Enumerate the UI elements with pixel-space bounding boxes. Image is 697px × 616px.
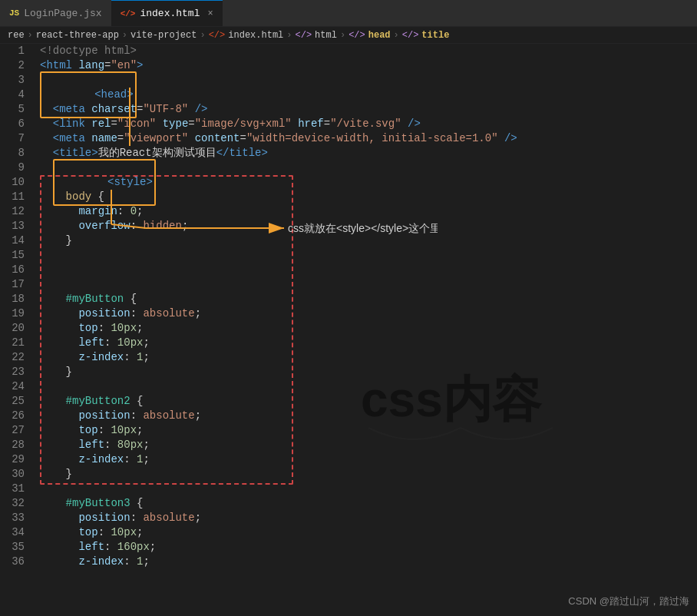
breadcrumb-sep-4: › xyxy=(286,30,292,41)
code-line-15 xyxy=(40,248,697,263)
line-num-6: 6 xyxy=(0,117,25,131)
code-line-2: <html lang = "en" > xyxy=(40,58,697,73)
html-icon: </> xyxy=(121,9,136,18)
line-num-24: 24 xyxy=(0,379,25,394)
line-num-8: 8 xyxy=(0,146,25,161)
code-line-30: } xyxy=(40,467,697,482)
breadcrumb-html-icon: </> xyxy=(209,30,226,41)
breadcrumb-item-5: head xyxy=(368,30,391,41)
breadcrumb-item-6: title xyxy=(421,30,449,41)
line-num-9: 9 xyxy=(0,161,25,175)
vertical-indicator xyxy=(129,88,130,146)
code-line-32: #myButton3 { xyxy=(40,496,697,511)
code-line-31 xyxy=(40,482,697,496)
tab-loginpage-label: LoginPage.jsx xyxy=(24,8,101,19)
line-num-30: 30 xyxy=(0,467,25,482)
line-num-27: 27 xyxy=(0,423,25,438)
line-num-12: 12 xyxy=(0,204,25,219)
breadcrumb-item-3: index.html xyxy=(228,30,283,41)
tab-bar: JS LoginPage.jsx </> index.html × xyxy=(0,0,697,27)
line-num-31: 31 xyxy=(0,482,25,496)
tab-indexhtml-label: index.html xyxy=(140,8,200,19)
tab-loginpage[interactable]: JS LoginPage.jsx xyxy=(0,0,111,26)
breadcrumb-item-2: vite-project xyxy=(130,30,197,41)
line-num-35: 35 xyxy=(0,540,25,555)
code-line-20: top : 10px ; xyxy=(40,321,697,336)
breadcrumb-item-0: ree xyxy=(8,30,25,41)
watermark: CSDN @踏过山河，踏过海 xyxy=(568,594,689,608)
line-num-17: 17 xyxy=(0,277,25,292)
line-num-1: 1 xyxy=(0,44,25,58)
line-num-22: 22 xyxy=(0,350,25,365)
close-icon[interactable]: × xyxy=(207,8,213,19)
code-line-36: z-index : 1 ; xyxy=(40,555,697,569)
line-num-33: 33 xyxy=(0,511,25,525)
line-num-4: 4 xyxy=(0,88,25,102)
breadcrumb-item-4: html xyxy=(315,30,337,41)
code-line-33: position : absolute ; xyxy=(40,511,697,525)
line-num-14: 14 xyxy=(0,233,25,248)
code-line-4: <head> xyxy=(40,88,697,102)
line-numbers: 1 2 3 4 5 6 7 8 9 10 11 12 13 14 15 16 1… xyxy=(0,44,32,616)
code-line-17 xyxy=(40,277,697,292)
code-line-22: z-index : 1 ; xyxy=(40,350,697,365)
decorative-curves xyxy=(353,420,568,466)
breadcrumb-item-1: react-three-app xyxy=(36,30,119,41)
code-line-19: position : absolute ; xyxy=(40,306,697,321)
code-line-6: <link rel = "icon" type = "image/svg+xml… xyxy=(40,117,697,131)
line-num-32: 32 xyxy=(0,496,25,511)
code-line-3 xyxy=(40,73,697,88)
js-icon: JS xyxy=(9,8,19,18)
code-line-21: left : 10px ; xyxy=(40,336,697,350)
code-line-13: overflow : hidden ; xyxy=(40,219,697,233)
tab-index-html[interactable]: </> index.html × xyxy=(111,0,223,26)
line-num-34: 34 xyxy=(0,525,25,540)
code-line-18: #myButton { xyxy=(40,292,697,306)
code-line-34: top : 10px ; xyxy=(40,525,697,540)
line-num-19: 19 xyxy=(0,306,25,321)
line-num-13: 13 xyxy=(0,219,25,233)
code-line-5: <meta charset = "UTF-8" /> xyxy=(40,102,697,117)
line-num-20: 20 xyxy=(0,321,25,336)
line-num-10: 10 xyxy=(0,175,25,190)
line-num-11: 11 xyxy=(0,190,25,204)
line-num-36: 36 xyxy=(0,555,25,569)
line-num-16: 16 xyxy=(0,263,25,277)
line-num-26: 26 xyxy=(0,409,25,423)
line-num-3: 3 xyxy=(0,73,25,88)
line-num-21: 21 xyxy=(0,336,25,350)
breadcrumb-html-tag: </> xyxy=(296,30,312,41)
line-num-18: 18 xyxy=(0,292,25,306)
breadcrumb-sep: › xyxy=(28,30,33,41)
breadcrumb-head-tag: </> xyxy=(348,30,365,41)
line-num-7: 7 xyxy=(0,131,25,146)
breadcrumb-sep-2: › xyxy=(122,30,127,41)
editor-area: 1 2 3 4 5 6 7 8 9 10 11 12 13 14 15 16 1… xyxy=(0,44,697,616)
line-num-25: 25 xyxy=(0,394,25,409)
code-line-14: } xyxy=(40,233,697,248)
line-num-5: 5 xyxy=(0,102,25,117)
breadcrumb: ree › react-three-app › vite-project › <… xyxy=(0,27,697,44)
breadcrumb-sep-5: › xyxy=(340,30,345,41)
line-num-15: 15 xyxy=(0,248,25,263)
code-content: <!doctype html> <html lang = "en" > <hea… xyxy=(32,44,697,616)
line-num-29: 29 xyxy=(0,452,25,467)
code-line-12: margin : 0 ; xyxy=(40,204,697,219)
code-line-10: <style> xyxy=(40,175,697,190)
line-num-2: 2 xyxy=(0,58,25,73)
code-line-16 xyxy=(40,263,697,277)
line-num-23: 23 xyxy=(0,365,25,379)
code-line-1: <!doctype html> xyxy=(40,44,697,58)
line-num-28: 28 xyxy=(0,438,25,452)
code-line-7: <meta name = "viewport" content = "width… xyxy=(40,131,697,146)
breadcrumb-title-tag: </> xyxy=(402,30,419,41)
code-line-35: left : 160px ; xyxy=(40,540,697,555)
breadcrumb-sep-6: › xyxy=(394,30,399,41)
breadcrumb-sep-3: › xyxy=(200,30,205,41)
